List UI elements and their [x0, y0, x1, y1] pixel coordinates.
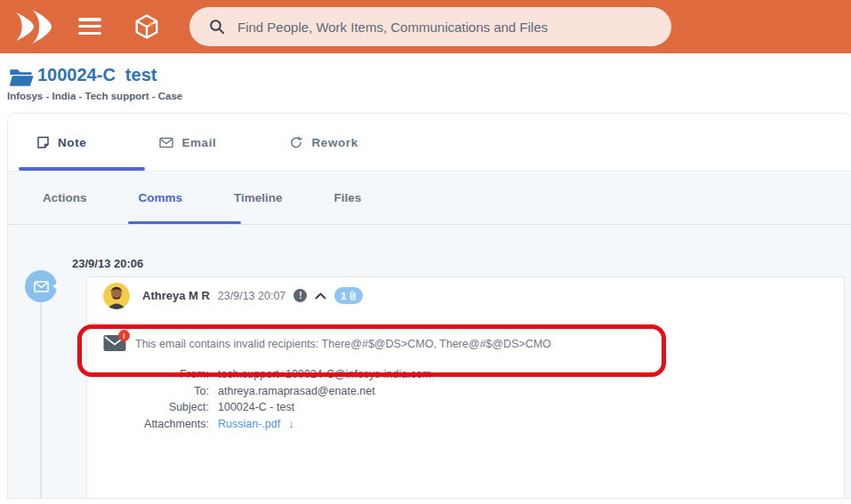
- from-value: tech.support+100024-C@infosys-india.com: [218, 366, 431, 383]
- page-title: 100024-Ctest: [37, 65, 157, 85]
- field-to: To: athreya.ramaprasad@enate.net: [87, 383, 431, 400]
- field-from: From: tech.support+100024-C@infosys-indi…: [87, 366, 431, 383]
- tab-rework[interactable]: Rework: [289, 136, 357, 149]
- warning-envelope-icon: !: [103, 334, 126, 354]
- global-search: [189, 7, 671, 46]
- email-message-card: Athreya M R 23/9/13 20:07 ! 1: [86, 276, 845, 499]
- attachments-label: Attachments:: [87, 416, 209, 433]
- info-icon[interactable]: !: [293, 289, 307, 302]
- menu-icon[interactable]: [78, 18, 101, 36]
- tab-note-label: Note: [58, 136, 86, 149]
- search-icon: [209, 19, 225, 35]
- field-subject: Subject: 100024-C - test: [87, 399, 431, 416]
- timeline-connector: [40, 303, 42, 499]
- rework-icon: [289, 136, 303, 149]
- tab-note[interactable]: Note: [36, 136, 86, 149]
- to-label: To:: [87, 383, 209, 400]
- attachment-count-pill[interactable]: 1: [334, 287, 363, 304]
- top-app-bar: [0, 0, 851, 53]
- compose-tab-bar: Note Email Rework: [8, 114, 851, 172]
- avatar: [103, 283, 130, 309]
- email-fields: From: tech.support+100024-C@infosys-indi…: [87, 366, 431, 432]
- timeline-date-header: 23/9/13 20:06: [72, 257, 143, 270]
- collapse-button[interactable]: [315, 292, 326, 300]
- email-icon: [159, 137, 173, 148]
- tab-email-label: Email: [181, 136, 216, 149]
- breadcrumb: Infosys - India - Tech support - Case: [7, 91, 182, 101]
- tab-timeline[interactable]: Timeline: [234, 191, 283, 204]
- tab-actions[interactable]: Actions: [43, 191, 87, 204]
- case-folder-icon: [9, 68, 34, 88]
- section-tab-active-indicator: [128, 221, 241, 225]
- badge-notch: [52, 283, 58, 290]
- field-attachments: Attachments: Russian-.pdf ↓: [87, 416, 431, 433]
- note-icon: [36, 136, 50, 149]
- email-event-badge: [25, 270, 57, 302]
- from-label: From:: [87, 366, 209, 383]
- comms-timeline: 23/9/13 20:06 Athreya M R: [8, 225, 851, 499]
- tab-files[interactable]: Files: [334, 191, 362, 204]
- case-title: test: [125, 65, 157, 84]
- chevron-up-icon: [315, 292, 326, 300]
- warning-alert-badge: !: [118, 330, 130, 341]
- subject-label: Subject:: [87, 399, 209, 416]
- download-icon[interactable]: ↓: [288, 416, 294, 433]
- attachment-file-link[interactable]: Russian-.pdf: [218, 416, 280, 433]
- message-header-row: Athreya M R 23/9/13 20:07 ! 1: [142, 287, 363, 304]
- subject-value: 100024-C - test: [218, 399, 294, 416]
- case-panel: Note Email Rework Actions Comms Timeline…: [7, 113, 851, 499]
- compose-tab-active-indicator: [19, 167, 145, 171]
- tab-rework-label: Rework: [311, 136, 357, 149]
- paperclip-icon: [349, 291, 357, 301]
- email-sent-icon: [34, 281, 49, 292]
- attachment-count: 1: [341, 291, 346, 301]
- tab-comms[interactable]: Comms: [139, 191, 183, 204]
- case-id: 100024-C: [37, 65, 116, 84]
- to-value: athreya.ramaprasad@enate.net: [218, 383, 375, 400]
- invalid-recipients-warning: ! This email contains invalid recipients…: [103, 332, 726, 354]
- warning-text: This email contains invalid recipients: …: [135, 332, 551, 350]
- search-input[interactable]: [237, 20, 629, 35]
- work-items-cube-icon[interactable]: [133, 13, 160, 40]
- message-timestamp: 23/9/13 20:07: [218, 290, 285, 302]
- author-name: Athreya M R: [142, 289, 210, 302]
- brand-logo-icon[interactable]: [14, 10, 52, 44]
- tab-email[interactable]: Email: [159, 136, 216, 149]
- section-tab-bar: Actions Comms Timeline Files: [8, 172, 851, 225]
